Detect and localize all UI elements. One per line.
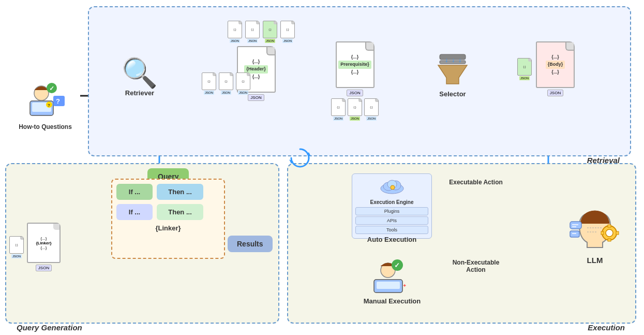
svg-point-51 bbox=[606, 229, 613, 237]
prereq-doc-badge: JSON bbox=[347, 90, 363, 96]
execution-label: Execution bbox=[588, 323, 625, 332]
execution-engine-box: Execution Engine Plugins APIs Tools bbox=[352, 173, 432, 239]
selector-section: ↓ ↓ ↓ Selector bbox=[429, 52, 476, 98]
svg-text:✓: ✓ bbox=[49, 85, 54, 92]
svg-rect-55 bbox=[616, 231, 619, 235]
if-then-row-1: If ... Then ... bbox=[116, 184, 220, 200]
then-label-1: Then ... bbox=[168, 188, 192, 196]
json-doc-3-green: {;} JSON bbox=[263, 21, 277, 43]
linker-doc-badge: JSON bbox=[36, 265, 52, 271]
then-cell-2: Then ... bbox=[157, 204, 203, 220]
query-generation-label: Query Generation bbox=[17, 323, 82, 332]
linker-small-doc: {;} JSON bbox=[9, 236, 24, 258]
if-cell-1: If ... bbox=[116, 184, 153, 200]
if-cell-2: If ... bbox=[116, 204, 153, 220]
execution-engine-title: Execution Engine bbox=[355, 199, 428, 205]
if-then-row-2: If ... Then ... bbox=[116, 204, 220, 220]
svg-rect-56 bbox=[570, 222, 581, 229]
linker-doc-section: {;} JSON {...} {Linker} {...} JSON bbox=[9, 223, 61, 271]
then-label-2: Then ... bbox=[168, 208, 192, 216]
non-executable-action-label: Non-Executable Action bbox=[442, 259, 510, 273]
prerequisite-document: {...} Prerequisite} {...} bbox=[336, 41, 375, 88]
llm-icon bbox=[569, 202, 621, 254]
svg-text:?: ? bbox=[56, 97, 60, 105]
selector-label: Selector bbox=[429, 90, 476, 98]
svg-text:?: ? bbox=[48, 103, 50, 108]
howto-label: How-to Questions bbox=[8, 123, 83, 130]
body-document-section: {;} JSON {...} {Body} {...} JSON bbox=[517, 41, 575, 96]
main-container: Retrieval Query Generation Execution ✓ bbox=[0, 0, 644, 335]
selector-icon: ↓ ↓ ↓ bbox=[432, 52, 473, 88]
linker-label: {Linker} bbox=[116, 224, 220, 232]
svg-rect-54 bbox=[601, 231, 604, 235]
howto-person-icon: ✓ ? ? bbox=[25, 78, 66, 119]
manual-execution-section: ✓ ✦ Manual Execution bbox=[361, 254, 423, 305]
json-doc-2: {;} JSON bbox=[245, 21, 260, 43]
linker-document: {...} {Linker} {...} bbox=[27, 223, 61, 263]
svg-text:↓: ↓ bbox=[458, 56, 461, 64]
prereq-small-1: {;} JSON bbox=[331, 98, 346, 121]
prereq-small-2: {;} JSON bbox=[348, 98, 362, 121]
svg-text:↓: ↓ bbox=[445, 56, 448, 64]
howto-section: ✓ ? ? How-to Questions bbox=[8, 78, 83, 130]
body-document: {...} {Body} {...} bbox=[536, 41, 575, 88]
header-doc-badge: JSON bbox=[248, 94, 264, 101]
retrieved-doc-3: {;} JSON bbox=[236, 72, 250, 95]
manual-execution-label: Manual Execution bbox=[361, 297, 423, 305]
plugins-row: Plugins bbox=[355, 207, 428, 215]
tools-row: Tools bbox=[355, 226, 428, 234]
prerequisite-document-section: {...} Prerequisite} {...} JSON {;} JSON … bbox=[331, 41, 379, 121]
refresh-icon bbox=[287, 145, 313, 176]
retrieved-doc-1: {;} JSON bbox=[202, 72, 216, 95]
retriever-section: 🔍 Retriever bbox=[122, 57, 158, 97]
svg-text:✦: ✦ bbox=[402, 283, 407, 288]
llm-label: LLM bbox=[564, 256, 626, 265]
selector-output-small: {;} JSON bbox=[517, 58, 532, 80]
results-label: Results bbox=[237, 240, 263, 248]
linker-box: If ... Then ... If ... Then ... {Linker} bbox=[111, 179, 225, 259]
retrieved-docs-group: {;} JSON {;} JSON {;} JSON bbox=[202, 72, 250, 95]
results-box: Results bbox=[228, 236, 273, 252]
svg-rect-53 bbox=[608, 239, 611, 241]
cloud-icon bbox=[355, 177, 428, 197]
svg-marker-34 bbox=[438, 65, 467, 84]
apis-row: APIs bbox=[355, 216, 428, 225]
svg-text:↓: ↓ bbox=[452, 56, 455, 64]
svg-rect-52 bbox=[608, 225, 611, 227]
auto-execution-label: Auto Execution bbox=[352, 236, 432, 243]
then-cell-1: Then ... bbox=[157, 184, 203, 200]
retriever-label: Retriever bbox=[122, 89, 158, 97]
magnifier-icon: 🔍 bbox=[122, 57, 158, 89]
svg-point-41 bbox=[391, 185, 395, 190]
json-doc-4: {;} JSON bbox=[280, 21, 295, 43]
body-doc-badge: JSON bbox=[547, 90, 563, 96]
manual-person-icon: ✓ ✦ bbox=[366, 254, 418, 295]
json-doc-1: {;} JSON bbox=[228, 21, 242, 43]
svg-rect-43 bbox=[377, 282, 400, 289]
llm-section: LLM bbox=[564, 202, 626, 265]
svg-rect-57 bbox=[570, 231, 579, 237]
executable-action-label: Executable Action bbox=[442, 179, 510, 186]
if-label-2: If ... bbox=[129, 208, 140, 216]
retrieved-doc-2: {;} JSON bbox=[219, 72, 233, 95]
prereq-small-3: {;} JSON bbox=[364, 98, 379, 121]
if-label-1: If ... bbox=[129, 188, 140, 196]
svg-text:✓: ✓ bbox=[394, 261, 400, 269]
